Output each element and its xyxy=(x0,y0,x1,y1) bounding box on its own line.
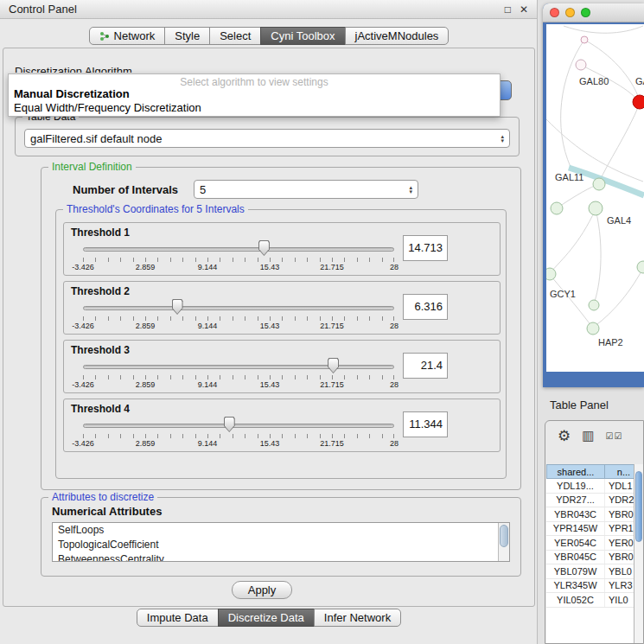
table-row[interactable]: YER054CYER0 xyxy=(546,536,643,551)
float-panel-icon[interactable]: □ xyxy=(505,3,511,16)
interval-definition-group: Interval Definition Number of Intervals … xyxy=(41,167,521,490)
number-of-intervals-value: 5 xyxy=(200,183,206,196)
attributes-group-label: Attributes to discretize xyxy=(48,491,157,503)
threshold-4-block: Threshold 4 -3.426 2.859 9.144 15.43 21.… xyxy=(63,399,501,452)
dropdown-option-equal-width[interactable]: Equal Width/Frequency Discretization xyxy=(9,101,500,115)
tab-select[interactable]: Select xyxy=(209,27,261,45)
network-node[interactable] xyxy=(546,268,556,280)
gear-icon[interactable]: ⚙ xyxy=(558,427,571,445)
bottom-tab-bar: Impute Data Discretize Data Infer Networ… xyxy=(0,609,538,627)
threshold-3-slider[interactable]: -3.426 2.859 9.144 15.43 21.715 28 xyxy=(76,356,401,392)
table-scrollbar-thumb[interactable] xyxy=(635,471,642,542)
numerical-attributes-label: Numerical Attributes xyxy=(52,505,162,518)
table-panel-title: Table Panel xyxy=(550,399,609,411)
close-window-icon[interactable] xyxy=(550,8,559,17)
apply-button[interactable]: Apply xyxy=(232,581,292,599)
attributes-group: Attributes to discretize Numerical Attri… xyxy=(41,497,521,577)
network-node[interactable] xyxy=(551,202,563,214)
table-row[interactable]: YBR043CYBR0 xyxy=(546,507,643,522)
table-row[interactable]: YBL079WYBL0 xyxy=(546,564,643,579)
tab-jactivemnodules-label: jActiveMNodules xyxy=(355,29,439,42)
network-node[interactable] xyxy=(637,261,644,273)
tab-jactivemnodules[interactable]: jActiveMNodules xyxy=(345,27,450,45)
network-node[interactable] xyxy=(587,322,599,335)
minimize-window-icon[interactable] xyxy=(565,8,575,17)
node-label: GCY1 xyxy=(550,289,576,299)
table-row[interactable]: YLR345WYLR3 xyxy=(546,579,643,594)
screen: Control Panel □ ✕ Network Style xyxy=(0,0,644,644)
list-scrollbar-thumb[interactable] xyxy=(500,525,508,547)
table-row[interactable]: YIL052CYIL0 xyxy=(546,593,643,608)
tab-impute-data[interactable]: Impute Data xyxy=(137,609,219,627)
slider-track[interactable] xyxy=(83,365,394,369)
tab-cyni-toolbox-label: Cyni Toolbox xyxy=(271,29,335,42)
column-header-shared[interactable]: shared... xyxy=(546,464,605,479)
slider-track[interactable] xyxy=(83,306,394,310)
threshold-4-slider[interactable]: -3.426 2.859 9.144 15.43 21.715 28 xyxy=(76,415,401,451)
table-data-combobox[interactable]: galFiltered.sif default node ▴▾ xyxy=(24,129,510,148)
slider-thumb[interactable] xyxy=(328,358,339,373)
slider-thumb[interactable] xyxy=(258,240,270,256)
columns-icon[interactable]: ▥ xyxy=(582,428,594,443)
tab-style[interactable]: Style xyxy=(164,27,210,45)
threshold-2-value-field[interactable]: 6.316 xyxy=(403,294,448,320)
table-row[interactable]: YDR27...YDR2 xyxy=(546,494,643,508)
threshold-2-slider[interactable]: -3.426 2.859 9.144 15.43 21.715 28 xyxy=(76,297,401,334)
slider-ticks xyxy=(83,316,394,321)
slider-ticks xyxy=(83,258,394,262)
number-of-intervals-label: Number of Intervals xyxy=(73,183,178,196)
network-node[interactable] xyxy=(593,178,605,190)
list-item[interactable]: TopologicalCoefficient xyxy=(53,538,509,552)
top-tab-bar: Network Style Select Cyni Toolbox jActiv… xyxy=(0,27,538,45)
table-data-group: Table Data galFiltered.sif default node … xyxy=(15,117,520,156)
list-item[interactable]: BetweennessCentrality xyxy=(53,552,509,562)
slider-track[interactable] xyxy=(83,424,394,428)
stepper-icon: ▴▾ xyxy=(495,134,504,143)
close-panel-icon[interactable]: ✕ xyxy=(520,3,528,16)
table-row[interactable]: YBR045CYBR0 xyxy=(546,551,643,565)
network-node[interactable] xyxy=(576,60,586,70)
select-rows-icon[interactable]: ☑☑ xyxy=(605,431,622,441)
list-item[interactable]: SelfLoops xyxy=(53,523,509,538)
network-node[interactable] xyxy=(589,300,599,310)
dropdown-option-manual[interactable]: Manual Discretization xyxy=(9,87,500,101)
network-node[interactable] xyxy=(589,201,603,215)
node-label: HAP2 xyxy=(598,337,623,348)
threshold-4-value-field[interactable]: 11.344 xyxy=(403,411,448,437)
algorithm-dropdown-popup: Select algorithm to view settings Manual… xyxy=(8,73,501,117)
control-panel: Control Panel □ ✕ Network Style xyxy=(0,0,538,644)
panel-title: Control Panel xyxy=(9,3,77,16)
threshold-3-block: Threshold 3 -3.426 2.859 9.144 15.43 21.… xyxy=(63,340,501,393)
table-panel-toolbar: ⚙ ▥ ☑☑ xyxy=(545,421,643,450)
tab-cyni-toolbox[interactable]: Cyni Toolbox xyxy=(260,27,345,45)
zoom-window-icon[interactable] xyxy=(581,8,590,17)
threshold-3-value-field[interactable]: 21.4 xyxy=(403,353,448,379)
threshold-4-label: Threshold 4 xyxy=(71,403,130,415)
tab-style-label: Style xyxy=(175,29,200,42)
table-row[interactable]: YPR145WYPR1 xyxy=(546,522,643,537)
tab-infer-network[interactable]: Infer Network xyxy=(314,609,401,627)
number-of-intervals-combobox[interactable]: 5 ▴▾ xyxy=(194,180,418,199)
node-label: GAL80 xyxy=(579,76,609,86)
threshold-3-label: Threshold 3 xyxy=(71,344,130,356)
selected-network-node[interactable] xyxy=(633,95,644,109)
network-canvas[interactable]: GAL80 GA GAL11 GAL4 GCY1 HAP2 xyxy=(546,24,644,372)
tab-discretize-data[interactable]: Discretize Data xyxy=(218,609,315,627)
list-scrollbar[interactable] xyxy=(498,523,509,561)
tab-network-label: Network xyxy=(114,29,156,42)
slider-thumb[interactable] xyxy=(224,417,235,432)
slider-track[interactable] xyxy=(83,247,394,252)
tab-network[interactable]: Network xyxy=(89,27,166,45)
slider-thumb[interactable] xyxy=(172,299,183,315)
threshold-1-slider[interactable]: -3.426 2.859 9.144 15.43 21.715 28 xyxy=(76,239,401,275)
threshold-1-value-field[interactable]: 14.713 xyxy=(403,235,448,261)
table-row[interactable]: YDL19...YDL1 xyxy=(546,479,643,494)
slider-tick-labels: -3.426 2.859 9.144 15.43 21.715 28 xyxy=(83,380,394,390)
threshold-1-block: Threshold 1 -3.426 2.859 9.144 15.43 21.… xyxy=(63,222,501,276)
slider-tick-labels: -3.426 2.859 9.144 15.43 21.715 28 xyxy=(83,322,394,331)
node-label: GAL4 xyxy=(607,215,631,226)
network-view-window: GAL80 GA GAL11 GAL4 GCY1 HAP2 xyxy=(543,3,644,387)
table-scrollbar[interactable] xyxy=(634,464,643,643)
network-node[interactable] xyxy=(581,36,588,43)
tab-infer-network-label: Infer Network xyxy=(324,611,391,624)
